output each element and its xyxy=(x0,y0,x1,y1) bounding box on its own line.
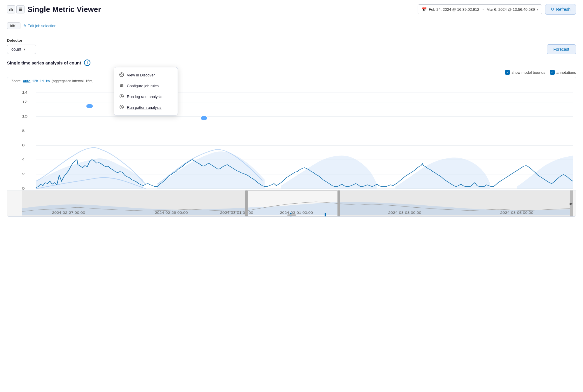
mini-chart-svg: 2024-02-27 00:00 2024-02-29 00:00 2024-0… xyxy=(22,190,573,216)
title-icons xyxy=(7,5,24,13)
section-title-row: Single time series analysis of count i xyxy=(7,60,576,66)
title-area: Single Metric Viewer xyxy=(7,5,101,14)
scroll-handle[interactable] xyxy=(287,214,296,216)
refresh-button[interactable]: ↻ Refresh xyxy=(545,4,576,15)
refresh-icon: ↻ xyxy=(551,7,554,12)
forecast-button[interactable]: Forecast xyxy=(547,44,576,54)
svg-text:6: 6 xyxy=(22,144,25,147)
svg-rect-5 xyxy=(19,10,22,11)
page-title: Single Metric Viewer xyxy=(27,5,101,14)
checkbox-icon: ✓ xyxy=(505,70,510,75)
main-content: Detector count ▾ Forecast Single time se… xyxy=(0,33,583,222)
svg-rect-2 xyxy=(12,9,13,11)
svg-text:8: 8 xyxy=(22,129,25,132)
chart-icon-btn[interactable] xyxy=(7,5,15,13)
svg-rect-0 xyxy=(9,9,10,11)
info-icon[interactable]: i xyxy=(84,60,90,66)
svg-point-47 xyxy=(121,86,122,87)
svg-point-45 xyxy=(120,84,121,85)
svg-text:2024-03-05 00:00: 2024-03-05 00:00 xyxy=(500,211,533,214)
job-id-badge: kib1 xyxy=(7,22,20,29)
main-chart-area: 0 2 4 6 8 10 12 14 xyxy=(7,85,576,190)
menu-item-view-discover[interactable]: View in Discover xyxy=(114,70,178,80)
annotations-checkbox[interactable]: ✓ annotations xyxy=(550,70,576,75)
svg-text:0: 0 xyxy=(22,187,25,190)
table-icon-btn[interactable] xyxy=(16,5,24,13)
context-menu: View in Discover Configure job rules Run… xyxy=(114,67,178,116)
svg-text:2024-02-29 00:00: 2024-02-29 00:00 xyxy=(155,211,188,214)
svg-point-49 xyxy=(121,96,122,97)
svg-text:2024-03-03 00:00: 2024-03-03 00:00 xyxy=(388,211,421,214)
pattern-icon xyxy=(119,105,124,110)
sub-bar: kib1 ✎ Edit job selection xyxy=(0,19,583,33)
date-range-area: 📅 Feb 24, 2024 @ 16:39:02.912 → Mar 6, 2… xyxy=(418,4,576,15)
configure-icon xyxy=(119,83,124,89)
anomaly-dot-2 xyxy=(200,116,208,120)
svg-text:12: 12 xyxy=(22,100,28,104)
chart-container: Zoom: auto 12h 1d 1w (aggregation interv… xyxy=(7,77,576,217)
show-model-bounds-checkbox[interactable]: ✓ show model bounds xyxy=(505,70,545,75)
svg-text:2: 2 xyxy=(22,172,25,176)
chevron-down-icon: ▾ xyxy=(24,47,25,51)
svg-point-46 xyxy=(122,85,123,86)
edit-job-link[interactable]: ✎ Edit job selection xyxy=(23,24,56,28)
svg-text:4: 4 xyxy=(22,158,25,161)
menu-item-log-rate[interactable]: Run log rate analysis xyxy=(114,91,178,102)
svg-text:2024-03-01 00:00: 2024-03-01 00:00 xyxy=(220,211,253,214)
anomaly-dot-1 xyxy=(86,104,93,108)
pencil-icon: ✎ xyxy=(23,24,27,28)
svg-text:2024-03-01 00:00: 2024-03-01 00:00 xyxy=(280,211,313,214)
chevron-down-icon: ▾ xyxy=(537,8,538,11)
detector-row: count ▾ Forecast xyxy=(7,44,576,54)
zoom-auto[interactable]: auto xyxy=(23,79,30,83)
svg-text:10: 10 xyxy=(22,115,28,118)
menu-item-pattern-analysis[interactable]: Run pattern analysis xyxy=(114,102,178,113)
menu-item-configure-rules[interactable]: Configure job rules xyxy=(114,80,178,91)
zoom-1w[interactable]: 1w xyxy=(45,79,50,83)
controls-row: ✓ show model bounds ✓ annotations xyxy=(7,70,576,75)
chart-zoom-bar: Zoom: auto 12h 1d 1w (aggregation interv… xyxy=(7,77,576,85)
mini-chart-area[interactable]: 2024-02-27 00:00 2024-02-29 00:00 2024-0… xyxy=(7,190,576,216)
section-title: Single time series analysis of count xyxy=(7,60,81,65)
zoom-1d[interactable]: 1d xyxy=(40,79,43,83)
svg-text:2024-02-27 00:00: 2024-02-27 00:00 xyxy=(52,211,85,214)
zoom-12h[interactable]: 12h xyxy=(32,79,38,83)
date-to: Mar 6, 2024 @ 13:56:40.589 xyxy=(486,7,535,12)
checkbox-icon: ✓ xyxy=(550,70,555,75)
calendar-icon: 📅 xyxy=(421,7,427,12)
detector-label: Detector xyxy=(7,38,576,43)
top-bar: Single Metric Viewer 📅 Feb 24, 2024 @ 16… xyxy=(0,0,583,19)
compass-icon xyxy=(119,72,124,78)
svg-point-51 xyxy=(121,107,122,107)
main-chart-svg: 0 2 4 6 8 10 12 14 xyxy=(22,88,573,190)
svg-rect-37 xyxy=(337,190,340,216)
svg-text:▶: ▶ xyxy=(570,202,573,205)
detector-select[interactable]: count ▾ xyxy=(7,45,36,54)
svg-rect-4 xyxy=(19,9,22,10)
log-rate-icon xyxy=(119,94,124,99)
svg-rect-36 xyxy=(245,190,248,216)
date-from: Feb 24, 2024 @ 16:39:02.912 xyxy=(429,7,479,12)
svg-rect-3 xyxy=(19,8,22,8)
svg-text:14: 14 xyxy=(22,91,28,94)
date-arrow: → xyxy=(481,7,485,12)
date-range-picker[interactable]: 📅 Feb 24, 2024 @ 16:39:02.912 → Mar 6, 2… xyxy=(418,4,542,14)
svg-rect-1 xyxy=(11,8,12,11)
